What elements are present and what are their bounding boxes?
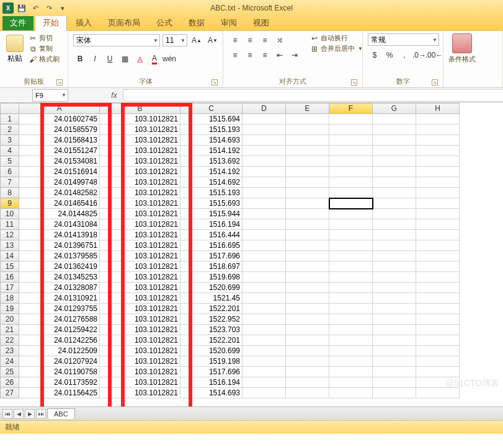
cell[interactable] [329,251,373,261]
cell[interactable]: 103.1012821 [100,377,180,388]
cell[interactable]: 103.1012821 [100,272,180,283]
cell[interactable]: 103.1012821 [100,261,180,272]
fx-label[interactable]: fx [105,91,123,100]
cell[interactable]: 1514.692 [180,177,243,188]
cell[interactable]: 103.1012821 [100,367,180,377]
cell[interactable] [329,240,373,251]
font-name-combo[interactable]: 宋体▼ [73,34,160,46]
shrink-font-button[interactable]: A▼ [206,33,220,47]
cell[interactable]: 1513.692 [180,156,243,167]
cell[interactable] [416,167,460,177]
cell[interactable]: 24.01276588 [19,314,100,325]
cell[interactable] [243,293,286,304]
cell[interactable] [329,209,373,219]
tab-data[interactable]: 数据 [181,15,212,30]
row-header[interactable]: 19 [1,304,19,314]
wrap-text-button[interactable]: ↩自动换行 [310,33,363,43]
row-header[interactable]: 9 [1,198,19,209]
align-launcher[interactable]: ↘ [351,79,357,86]
cell[interactable] [416,388,460,398]
row-header[interactable]: 26 [1,377,19,388]
cell[interactable] [373,325,416,335]
cell[interactable] [243,219,286,230]
cell[interactable] [286,356,329,367]
cell[interactable] [373,314,416,325]
cell[interactable] [243,209,286,219]
cell[interactable] [286,146,329,156]
col-header-E[interactable]: E [286,103,329,114]
cell[interactable]: 1516.695 [180,240,243,251]
name-box[interactable]: F9▼ [32,89,68,102]
cell[interactable] [416,293,460,304]
row-header[interactable]: 20 [1,314,19,325]
cell[interactable]: 1515.193 [180,188,243,198]
cell[interactable] [373,114,416,125]
cell[interactable]: 103.1012821 [100,314,180,325]
cell[interactable] [373,177,416,188]
number-format-combo[interactable]: 常规▼ [368,33,439,46]
cell[interactable] [373,240,416,251]
clipboard-launcher[interactable]: ↘ [56,79,63,86]
cell[interactable]: 1515.944 [180,209,243,219]
cell[interactable]: 1517.696 [180,367,243,377]
cell[interactable] [416,230,460,240]
cell[interactable]: 1516.194 [180,219,243,230]
cell[interactable]: 103.1012821 [100,240,180,251]
cell[interactable] [373,230,416,240]
cell[interactable]: 24.01413918 [19,230,100,240]
border-button[interactable]: ▦ [118,52,131,66]
cell[interactable]: 24.01362419 [19,261,100,272]
cell[interactable] [329,283,373,293]
cell[interactable] [243,356,286,367]
cell[interactable] [243,230,286,240]
cell[interactable] [243,367,286,377]
cell[interactable]: 24.01293755 [19,304,100,314]
cell[interactable] [329,177,373,188]
formula-input[interactable] [123,89,503,102]
percent-format-button[interactable]: % [383,48,396,62]
cell[interactable]: 24.01499748 [19,177,100,188]
cell[interactable]: 103.1012821 [100,283,180,293]
cell[interactable]: 103.1012821 [100,293,180,304]
cell[interactable] [416,209,460,219]
cell[interactable] [243,156,286,167]
cell[interactable] [329,156,373,167]
cell[interactable]: 24.01516914 [19,167,100,177]
row-header[interactable]: 15 [1,261,19,272]
cell[interactable]: 24.01328087 [19,283,100,293]
merge-center-button[interactable]: ⊞合并后居中▼ [310,44,363,53]
cell[interactable]: 1519.698 [180,272,243,283]
cell[interactable] [243,346,286,356]
cell[interactable]: 103.1012821 [100,188,180,198]
cell[interactable] [416,356,460,367]
cell[interactable] [416,125,460,135]
bold-button[interactable]: B [73,52,87,66]
cell[interactable]: 103.1012821 [100,114,180,125]
font-launcher[interactable]: ↘ [211,79,218,86]
cell[interactable] [329,230,373,240]
cell[interactable]: 24.0144825 [19,209,100,219]
cell[interactable]: 24.01551247 [19,146,100,156]
cell[interactable] [286,272,329,283]
cell[interactable]: 103.1012821 [100,335,180,346]
row-header[interactable]: 5 [1,156,19,167]
cell[interactable]: 1515.193 [180,125,243,135]
cut-button[interactable]: ✂剪切 [29,33,60,43]
cell[interactable] [373,188,416,198]
number-launcher[interactable]: ↘ [432,79,438,86]
cell[interactable] [373,283,416,293]
cell[interactable]: 103.1012821 [100,230,180,240]
row-header[interactable]: 18 [1,293,19,304]
sheet-tab-active[interactable]: ABC [47,408,75,419]
grow-font-button[interactable]: A▲ [190,33,203,47]
cell[interactable]: 103.1012821 [100,219,180,230]
row-header[interactable]: 24 [1,356,19,367]
cell[interactable] [243,198,286,209]
align-center-button[interactable]: ≡ [243,48,257,62]
cell[interactable] [416,146,460,156]
cell[interactable] [416,198,460,209]
cell[interactable] [329,325,373,335]
qat-customize-icon[interactable]: ▾ [57,2,68,14]
cell[interactable]: 1515.693 [180,198,243,209]
cell[interactable] [286,335,329,346]
